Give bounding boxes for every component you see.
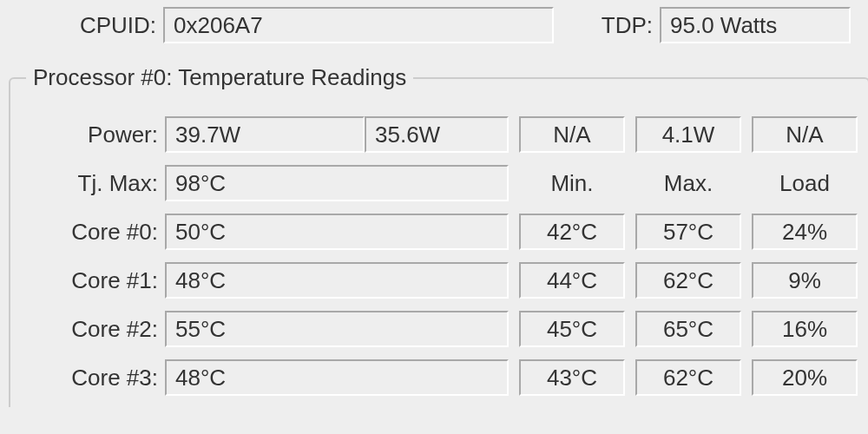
power-value-2: 35.6W: [365, 116, 509, 153]
core-current: 50°C: [165, 214, 509, 250]
tdp-value: 95.0 Watts: [660, 7, 851, 43]
core-min: 44°C: [519, 262, 625, 299]
tdp-label: TDP:: [583, 12, 653, 39]
power-label: Power:: [21, 122, 165, 148]
core-max: 65°C: [635, 311, 741, 347]
core-min: 43°C: [519, 359, 625, 396]
header-max: Max.: [635, 170, 741, 197]
top-info-row: CPUID: 0x206A7 TDP: 95.0 Watts: [0, 0, 868, 56]
core-max: 62°C: [635, 262, 741, 299]
core-current: 55°C: [165, 311, 509, 347]
core-min: 42°C: [519, 214, 625, 250]
tjmax-label: Tj. Max:: [21, 170, 165, 197]
temperature-readings-group: Processor #0: Temperature Readings Power…: [9, 64, 868, 407]
tjmax-row: Tj. Max: 98°C Min. Max. Load: [21, 164, 858, 202]
core-label: Core #2:: [21, 316, 165, 343]
power-value-5: N/A: [752, 116, 858, 153]
core-row: Core #3: 48°C 43°C 62°C 20%: [21, 358, 858, 397]
power-row: Power: 39.7W 35.6W N/A 4.1W N/A: [21, 115, 858, 154]
core-load: 24%: [752, 214, 858, 250]
header-min: Min.: [519, 170, 625, 197]
core-label: Core #1:: [21, 267, 165, 294]
core-label: Core #3:: [21, 365, 165, 391]
core-current: 48°C: [165, 359, 509, 396]
power-value-1: 39.7W: [165, 116, 365, 153]
core-row: Core #1: 48°C 44°C 62°C 9%: [21, 261, 858, 299]
core-row: Core #2: 55°C 45°C 65°C 16%: [21, 310, 858, 348]
power-value-3: N/A: [519, 116, 625, 153]
core-load: 20%: [752, 359, 858, 396]
core-row: Core #0: 50°C 42°C 57°C 24%: [21, 213, 858, 251]
group-title: Processor #0: Temperature Readings: [26, 64, 413, 91]
core-load: 16%: [752, 311, 858, 347]
core-min: 45°C: [519, 311, 625, 347]
core-max: 57°C: [635, 214, 741, 250]
core-max: 62°C: [635, 359, 741, 396]
core-load: 9%: [752, 262, 858, 299]
cpuid-value: 0x206A7: [163, 7, 554, 43]
power-value-4: 4.1W: [635, 116, 741, 153]
core-current: 48°C: [165, 262, 509, 299]
core-label: Core #0:: [21, 219, 165, 246]
tjmax-value: 98°C: [165, 165, 509, 201]
cpuid-label: CPUID:: [17, 12, 156, 39]
header-load: Load: [752, 170, 858, 197]
